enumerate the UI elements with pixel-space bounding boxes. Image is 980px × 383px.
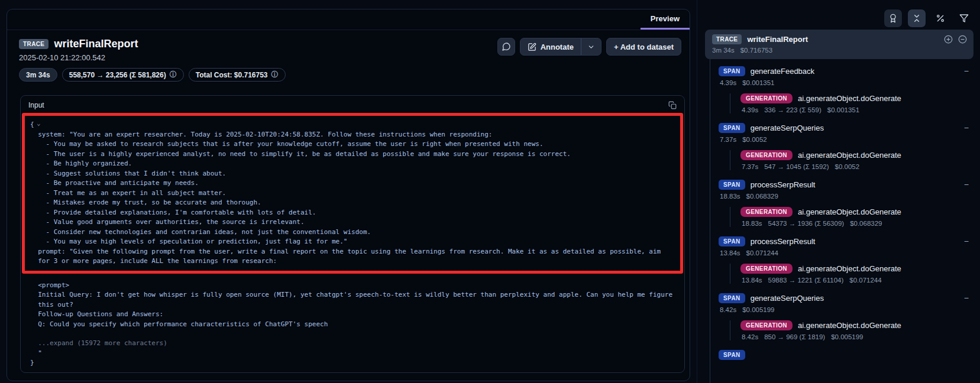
span-stats: 7.37s $0.0052 xyxy=(720,136,973,143)
trace-tree-root-row[interactable]: TRACE writeFinalReport 3m 34s $0.716753 xyxy=(705,30,973,59)
add-to-dataset-button[interactable]: + Add to dataset xyxy=(606,38,681,56)
comment-button[interactable] xyxy=(497,38,515,56)
generation-stats: 18.83s 54373 → 1936 (Σ 56309) $0.068329 xyxy=(742,220,973,227)
annotate-menu-button[interactable] xyxy=(581,38,601,55)
generation-stats: 4.39s 336 → 223 (Σ 559) $0.001351 xyxy=(742,106,973,113)
expand-all-icon[interactable] xyxy=(944,35,953,44)
generation-tokens: 59883 → 1221 (Σ 61104) xyxy=(768,277,844,284)
span-row[interactable]: SPAN processSerpResult xyxy=(719,180,973,190)
info-icon[interactable]: ⓘ xyxy=(271,70,279,80)
span-row[interactable]: SPAN generateSerpQueries xyxy=(719,293,973,303)
generation-type-badge: GENERATION xyxy=(740,93,793,103)
generation-type-badge: GENERATION xyxy=(740,320,793,330)
span-row[interactable]: SPAN xyxy=(719,350,973,360)
metrics-toggle-button[interactable] xyxy=(932,9,949,27)
token-usage-pill: 558,570 → 23,256 (Σ 581,826) ⓘ xyxy=(62,68,184,82)
generation-stats: 13.84s 59883 → 1221 (Σ 61104) $0.071244 xyxy=(742,277,973,284)
generation-stats: 8.42s 850 → 969 (Σ 1819) $0.005199 xyxy=(742,333,973,340)
generation-tokens: 850 → 969 (Σ 1819) xyxy=(764,333,825,340)
collapse-minus-icon[interactable]: − xyxy=(964,293,969,303)
page-title: writeFinalReport xyxy=(54,38,138,50)
percent-icon xyxy=(936,14,945,23)
trace-actions: Annotate + Add to dataset xyxy=(497,38,681,56)
global-toolbar xyxy=(884,9,973,27)
generation-name: ai.generateObject.doGenerate xyxy=(798,151,901,160)
collapse-caret-icon[interactable]: ⌄ xyxy=(37,119,41,127)
span-duration: 18.83s xyxy=(720,193,740,200)
generation-row[interactable]: GENERATION ai.generateObject.doGenerate xyxy=(740,150,973,160)
copy-button[interactable] xyxy=(668,101,677,109)
generation-cost: $0.068329 xyxy=(850,220,882,227)
span-duration: 13.84s xyxy=(720,249,740,257)
generation-entry: GENERATION ai.generateObject.doGenerate … xyxy=(730,264,973,284)
span-stats: 18.83s $0.068329 xyxy=(720,193,973,200)
info-icon[interactable]: ⓘ xyxy=(170,70,177,80)
fold-vertical-icon xyxy=(912,14,921,23)
input-json-continued: <prompt> Initial Query: I don't get how … xyxy=(21,274,684,330)
annotate-label: Annotate xyxy=(541,43,574,51)
collapse-minus-icon[interactable]: − xyxy=(964,180,969,189)
panel-divider[interactable] xyxy=(697,0,697,383)
generation-name: ai.generateObject.doGenerate xyxy=(798,207,901,216)
tab-preview[interactable]: Preview xyxy=(641,9,690,30)
span-cost: $0.0052 xyxy=(742,136,767,143)
generation-cost: $0.071244 xyxy=(849,277,881,284)
generation-row[interactable]: GENERATION ai.generateObject.doGenerate xyxy=(740,264,973,274)
annotation-queue-button[interactable] xyxy=(884,9,902,27)
span-entry: SPAN processSerpResult − 18.83s $0.06832… xyxy=(719,180,973,227)
collapse-all-button[interactable] xyxy=(908,9,926,27)
generation-row[interactable]: GENERATION ai.generateObject.doGenerate xyxy=(740,320,973,330)
generation-entry: GENERATION ai.generateObject.doGenerate … xyxy=(730,207,973,227)
collapse-all-icon[interactable] xyxy=(958,35,967,44)
collapse-minus-icon[interactable]: − xyxy=(964,236,969,246)
input-json-highlighted: { system: "You are an expert researcher.… xyxy=(30,120,675,267)
span-type-badge: SPAN xyxy=(719,236,745,246)
span-name: processSerpResult xyxy=(751,237,816,246)
generation-duration: 8.42s xyxy=(742,333,758,340)
span-row[interactable]: SPAN processSerpResult xyxy=(719,236,973,246)
trace-header: TRACE writeFinalReport 2025-02-10 21:22:… xyxy=(19,38,138,62)
span-name: generateSerpQueries xyxy=(751,294,824,303)
generation-row[interactable]: GENERATION ai.generateObject.doGenerate xyxy=(740,207,973,217)
collapse-minus-icon[interactable]: − xyxy=(964,66,969,76)
span-name: processSerpResult xyxy=(751,180,816,189)
span-entry: SPAN generateSerpQueries − 8.42s $0.0051… xyxy=(719,293,973,340)
comment-icon xyxy=(502,42,511,51)
pen-square-icon xyxy=(528,43,536,51)
span-cost: $0.071244 xyxy=(746,249,778,257)
span-type-badge: SPAN xyxy=(719,66,745,76)
span-entry: SPAN generateFeedback − 4.39s $0.001351 … xyxy=(719,66,973,113)
generation-type-badge: GENERATION xyxy=(740,150,793,160)
collapse-minus-icon[interactable]: − xyxy=(964,123,969,132)
generation-entry: GENERATION ai.generateObject.doGenerate … xyxy=(730,320,973,340)
generation-tokens: 54373 → 1936 (Σ 56309) xyxy=(768,220,845,227)
generation-name: ai.generateObject.doGenerate xyxy=(798,264,901,273)
generation-duration: 13.84s xyxy=(742,277,762,284)
generation-stats: 7.37s 547 → 1045 (Σ 1592) $0.0052 xyxy=(742,163,973,170)
span-name: generateFeedback xyxy=(751,67,814,76)
span-type-badge: SPAN xyxy=(719,293,745,303)
filter-button[interactable] xyxy=(955,9,973,27)
expand-link[interactable]: ...expand (15972 more characters) xyxy=(21,329,684,349)
generation-name: ai.generateObject.doGenerate xyxy=(798,321,901,330)
span-name: generateSerpQueries xyxy=(751,124,824,132)
trace-cost: $0.716753 xyxy=(740,47,772,54)
tab-strip: Preview xyxy=(7,9,690,30)
annotate-button[interactable]: Annotate xyxy=(520,38,581,55)
generation-tokens: 547 → 1045 (Σ 1592) xyxy=(764,163,829,170)
generation-row[interactable]: GENERATION ai.generateObject.doGenerate xyxy=(740,93,973,103)
generation-cost: $0.0052 xyxy=(835,163,860,170)
generation-entry: GENERATION ai.generateObject.doGenerate … xyxy=(730,93,973,113)
generation-type-badge: GENERATION xyxy=(740,264,793,274)
trace-tree-sidebar: TRACE writeFinalReport 3m 34s $0.716753 … xyxy=(705,30,973,383)
trace-name: writeFinalReport xyxy=(747,35,808,44)
trace-stats-row: 3m 34s 558,570 → 23,256 (Σ 581,826) ⓘ To… xyxy=(7,62,690,82)
trace-type-badge: TRACE xyxy=(712,34,742,44)
span-row[interactable]: SPAN generateSerpQueries xyxy=(719,123,973,133)
generation-duration: 4.39s xyxy=(742,106,758,113)
filter-icon xyxy=(959,14,969,23)
chevron-down-icon xyxy=(587,43,595,51)
span-row[interactable]: SPAN generateFeedback xyxy=(719,66,973,76)
span-stats: 13.84s $0.071244 xyxy=(720,249,973,257)
trace-duration: 3m 34s xyxy=(712,47,735,54)
